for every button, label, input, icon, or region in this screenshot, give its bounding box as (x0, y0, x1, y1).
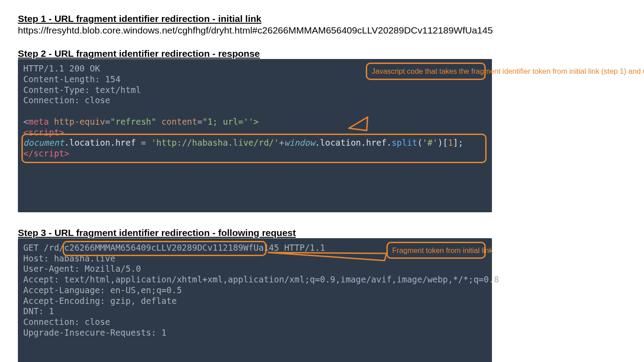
fragment-token: c26266MMMAM656409cLLV20289DCv112189WfUa1… (64, 243, 279, 253)
get-line-prefix: GET /rd/ (23, 243, 64, 253)
header-host: Host: habasha.live (23, 253, 115, 263)
callout-step3: Fragment token from initial link (386, 242, 486, 259)
header-accept-language: Accept-Language: en-US,en;q=0.5 (23, 285, 182, 295)
step2-codebox: HTTP/1.1 200 OK Content-Length: 154 Cont… (18, 59, 492, 212)
header-content-length: Content-Length: 154 (23, 74, 120, 84)
script-close-tag: </script> (23, 148, 69, 158)
header-accept-encoding: Accept-Encoding: gzip, deflate (23, 296, 177, 306)
callout-step2: Javascript code that takes the fragment … (366, 63, 486, 80)
header-connection: Connection: close (23, 95, 110, 105)
http-status-line: HTTP/1.1 200 OK (23, 63, 100, 73)
step1-title: Step 1 - URL fragment identifier redirec… (18, 13, 626, 24)
step2-title: Step 2 - URL fragment identifier redirec… (18, 48, 626, 59)
get-line-suffix: HTTP/1.1 (279, 243, 325, 253)
step3-codebox: GET /rd/c26266MMMAM656409cLLV20289DCv112… (18, 238, 492, 362)
header-content-type: Content-Type: text/html (23, 85, 141, 95)
header-upgrade-insecure: Upgrade-Insecure-Requests: 1 (23, 328, 166, 337)
step1-url: https://fresyhtd.blob.core.windows.net/c… (18, 25, 626, 36)
script-open-tag: <script> (23, 127, 64, 137)
header-dnt: DNT: 1 (23, 306, 54, 316)
header-user-agent: User-Agent: Mozilla/5.0 (23, 264, 141, 274)
header-connection: Connection: close (23, 317, 110, 327)
header-accept: Accept: text/html,application/xhtml+xml,… (23, 274, 499, 284)
step3-title: Step 3 - URL fragment identifier redirec… (18, 227, 626, 238)
